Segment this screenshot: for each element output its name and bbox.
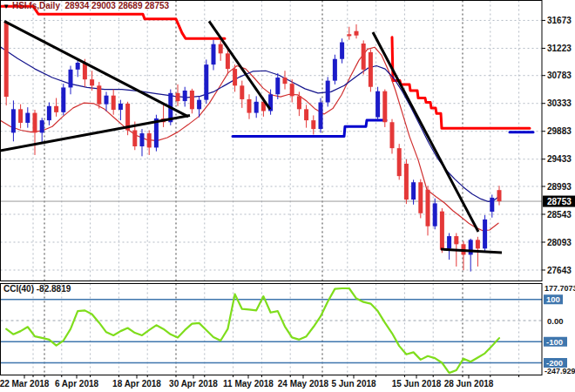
ohlc-readout: 28934 29003 28689 28753 [65,1,170,10]
candle-body [132,131,137,146]
price-axis-label: 27643 [547,266,572,275]
candle-body [297,96,301,109]
candle-body [18,109,23,123]
date-axis-label: 6 Apr 2018 [55,379,99,389]
price-axis-label: 28543 [547,210,572,220]
candle-body [219,44,223,54]
candle-body [54,106,58,112]
chart-canvas[interactable]: 3167331223307833033329883294332899328543… [0,0,575,392]
candle-body [362,44,366,70]
candle-body [69,70,73,88]
candle-body [340,43,344,59]
candle-body [375,91,380,118]
moving-averages-layer [0,47,498,231]
candle-body [40,120,44,132]
candle-body [483,220,487,248]
date-axis-label: 18 Apr 2018 [112,379,161,389]
candle-body [319,103,323,130]
cci-axis[interactable]: 177.70730.00-247.929100-100-200 [544,284,575,375]
cci-levels-layer [1,300,543,363]
candle-body [76,63,80,70]
current-price-value: 28753 [547,197,572,206]
candle-body [105,96,109,105]
candle-body [226,53,230,69]
candle-body [112,96,116,110]
main-pane-border [1,1,543,281]
candle-body [476,240,480,248]
candle-body [447,236,451,248]
candle-body [183,91,187,101]
price-axis-label: 29433 [547,154,572,164]
candle-body [440,212,444,250]
chart-title: ▼HSI.fs,Daily 28934 29003 28689 28753 [3,1,169,10]
candle-body [61,87,65,112]
candle-body [190,91,194,109]
candle-body [147,133,152,147]
candle-body [240,85,244,99]
blue-step-line [233,120,386,136]
candle-body [347,34,351,36]
cci-level-badge-text: -200 [546,358,563,368]
date-axis-label: 15 Jun 2018 [392,379,442,389]
borders-layer [1,1,543,375]
cci-max-label: 177.7073 [545,284,575,293]
candle-body [433,203,437,226]
date-axis-label: 24 May 2018 [278,379,329,389]
ma-fast-line [0,47,498,230]
candle-body [247,99,252,113]
candle-body [197,100,201,110]
date-axis-label: 30 Apr 2018 [169,379,218,389]
price-axis-label: 28093 [547,238,572,247]
symbol-period-label: HSI.fs,Daily [12,1,60,10]
cci-min-label: -247.929 [545,367,575,375]
price-axis-label: 28993 [547,182,572,192]
candle-body [212,44,216,64]
cci-line-layer [6,288,499,373]
cci-pane-border [1,284,543,375]
date-axis[interactable]: 22 Mar 20186 Apr 201818 Apr 201830 Apr 2… [0,375,519,389]
grid-layer [1,1,543,375]
candle-body [454,236,458,244]
candle-body [497,190,502,201]
price-axis-label: 31223 [547,44,572,53]
candle-body [4,22,9,97]
candle-body [140,133,145,146]
candle-body [33,113,37,133]
candle-body [304,109,308,120]
candle-body [290,84,294,96]
candle-body [283,78,288,84]
candle-body [397,148,402,176]
candle-body [90,79,94,85]
candle-body [333,59,337,81]
date-axis-label: 11 May 2018 [223,379,274,389]
candle-body [275,78,280,94]
candle-body [382,91,387,123]
candle-body [11,109,16,132]
price-axis[interactable]: 3167331223307833033329883294332899328543… [542,16,575,275]
red-step-line [392,37,530,129]
candle-body [490,198,494,212]
collapse-arrow-icon[interactable]: ▼ [3,3,10,10]
cci-indicator-label: CCI(40) -82.8819 [3,284,71,294]
price-axis-label: 30333 [547,98,572,108]
candle-body [311,120,315,129]
candle-body [25,113,30,123]
candle-body [118,104,123,110]
trendline [209,21,270,109]
candle-body [469,240,473,254]
candle-body [355,31,359,36]
candle-body [204,64,208,100]
candle-body [404,164,409,199]
candle-body [254,102,259,113]
date-axis-label: 5 Jun 2018 [331,379,376,389]
candle-body [418,182,423,213]
candle-body [176,93,180,101]
trading-chart-window: 3167331223307833033329883294332899328543… [0,0,575,392]
trendline [4,21,188,117]
cci-level-badge-text: 100 [546,294,560,304]
date-axis-label: 22 Mar 2018 [0,379,50,389]
candle-body [97,85,101,104]
cci-line [6,288,499,373]
trendline [441,249,502,253]
red-step-line [0,6,225,38]
